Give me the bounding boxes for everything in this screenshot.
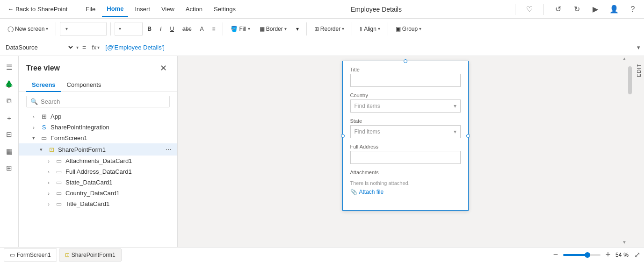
sharepointform-tab-label: SharePointForm1 bbox=[72, 252, 116, 258]
resize-handle-top[interactable] bbox=[404, 59, 407, 63]
help-button[interactable]: ? bbox=[625, 2, 640, 17]
state-label: State bbox=[350, 118, 461, 124]
align-text-button[interactable]: ≡ bbox=[208, 22, 219, 36]
list-item[interactable]: › ▭ Country_DataCard1 bbox=[19, 188, 177, 198]
fill-button[interactable]: 🪣 Fill ▾ bbox=[227, 22, 253, 36]
new-screen-button[interactable]: ◯ New screen ▾ bbox=[4, 22, 52, 36]
undo-button[interactable]: ↺ bbox=[550, 2, 565, 17]
user-icon-btn[interactable]: 👤 bbox=[607, 2, 622, 17]
tab-components[interactable]: Components bbox=[61, 78, 107, 92]
bold-button[interactable]: B bbox=[144, 22, 155, 36]
layers-button[interactable]: ⧉ bbox=[2, 93, 17, 108]
search-input[interactable] bbox=[41, 98, 166, 105]
list-item[interactable]: › ▭ Title_DataCard1 bbox=[19, 198, 177, 209]
hamburger-icon: ☰ bbox=[6, 63, 12, 71]
tree-view-button[interactable]: 🌲 bbox=[2, 77, 17, 92]
attachments-field: Attachments There is nothing attached. 📎… bbox=[350, 170, 461, 199]
underline-button[interactable]: U bbox=[166, 22, 178, 36]
control-selector-dropdown[interactable]: ▾ bbox=[60, 22, 107, 36]
strikethrough-button[interactable]: abc bbox=[179, 22, 195, 36]
full-address-label: Full Address bbox=[350, 144, 461, 149]
title-input[interactable] bbox=[350, 74, 461, 87]
datacard-icon: ▭ bbox=[54, 157, 64, 164]
country-dropdown[interactable]: Find items ▾ bbox=[350, 99, 461, 113]
border-chevron-icon: ▾ bbox=[284, 26, 287, 31]
scroll-down-button[interactable]: ▼ bbox=[622, 240, 627, 247]
bottom-tab-sharepointform[interactable]: ⊡ SharePointForm1 bbox=[59, 248, 122, 262]
reorder-icon: ⊞ bbox=[314, 26, 319, 32]
redo-button[interactable]: ↻ bbox=[569, 2, 584, 17]
tab-screens[interactable]: Screens bbox=[26, 78, 61, 92]
formula-property-select[interactable]: DataSource bbox=[4, 43, 74, 51]
italic-button[interactable]: I bbox=[156, 22, 165, 36]
canvas-scrollbar[interactable] bbox=[627, 56, 633, 247]
list-item[interactable]: › ▭ Full Address_DataCard1 bbox=[19, 166, 177, 177]
tree-close-button[interactable]: ✕ bbox=[157, 62, 170, 75]
zoom-in-button[interactable]: + bbox=[602, 249, 614, 261]
menu-insert[interactable]: Insert bbox=[130, 2, 155, 17]
media-button[interactable]: ▦ bbox=[2, 144, 17, 159]
group-button[interactable]: ▣ Group ▾ bbox=[392, 22, 425, 36]
components-button[interactable]: ⊞ bbox=[2, 161, 17, 176]
datacard-icon: ▭ bbox=[54, 190, 64, 197]
fx-chevron-icon: ▾ bbox=[97, 45, 100, 50]
list-item[interactable]: › ▭ State_DataCard1 bbox=[19, 177, 177, 188]
formula-fx-area: fx ▾ bbox=[90, 44, 101, 51]
data-button[interactable]: ⊟ bbox=[2, 127, 17, 142]
add-button[interactable]: + bbox=[2, 110, 17, 125]
menu-divider bbox=[76, 4, 76, 15]
border-button[interactable]: ▦ Border ▾ bbox=[256, 22, 290, 36]
align-chevron-icon: ▾ bbox=[378, 26, 380, 31]
back-arrow-icon: ← bbox=[7, 6, 14, 13]
list-item[interactable]: ▾ ⊡ SharePointForm1 ··· bbox=[19, 143, 177, 156]
stethoscope-icon-btn[interactable]: ♡ bbox=[522, 2, 537, 17]
menu-settings[interactable]: Settings bbox=[209, 2, 240, 17]
list-item[interactable]: › ▭ Attachments_DataCard1 bbox=[19, 156, 177, 166]
zoom-slider-thumb[interactable] bbox=[585, 252, 590, 258]
resize-handle-right[interactable] bbox=[466, 134, 470, 138]
phone-frame: Title Country Find items ▾ State Find it… bbox=[342, 61, 469, 211]
media-icon: ▦ bbox=[6, 147, 13, 156]
toolbar-more-button[interactable]: ▾ bbox=[292, 22, 303, 36]
zoom-slider[interactable] bbox=[563, 254, 601, 256]
menu-home[interactable]: Home bbox=[102, 2, 128, 17]
scroll-up-button[interactable]: ▲ bbox=[622, 56, 627, 64]
bottom-tab-formscreen[interactable]: ▭ FormScreen1 bbox=[4, 248, 57, 262]
user-icon: 👤 bbox=[609, 5, 619, 14]
toolbar-divider-6 bbox=[388, 22, 388, 35]
formula-expand-icon[interactable]: ▾ bbox=[637, 44, 640, 51]
formula-input[interactable] bbox=[103, 44, 635, 51]
more-options-button[interactable]: ··· bbox=[164, 145, 174, 154]
align-icon: ⫿ bbox=[360, 26, 362, 32]
sharepoint-icon: S bbox=[39, 124, 49, 131]
menu-view[interactable]: View bbox=[157, 2, 179, 17]
menu-file[interactable]: File bbox=[81, 2, 100, 17]
expand-icon: › bbox=[30, 125, 37, 130]
back-button[interactable]: ← Back to SharePoint bbox=[4, 2, 71, 17]
country-chevron-icon: ▾ bbox=[454, 103, 456, 109]
list-item[interactable]: ▾ ▭ FormScreen1 bbox=[19, 133, 177, 143]
zoom-out-button[interactable]: − bbox=[550, 249, 561, 261]
app-title: Employee Details bbox=[242, 6, 510, 13]
align-button[interactable]: ⫿ Align ▾ bbox=[356, 22, 384, 36]
fill-chevron-icon: ▾ bbox=[248, 26, 250, 31]
fullscreen-button[interactable]: ⤢ bbox=[634, 250, 640, 259]
state-dropdown[interactable]: Find items ▾ bbox=[350, 125, 461, 138]
tree-search-area: 🔍 bbox=[19, 92, 177, 111]
back-label: Back to SharePoint bbox=[15, 6, 67, 13]
hamburger-menu-button[interactable]: ☰ bbox=[2, 60, 17, 75]
menu-action[interactable]: Action bbox=[181, 2, 207, 17]
scrollbar-thumb[interactable] bbox=[628, 66, 632, 94]
attach-file-button[interactable]: 📎 Attach file bbox=[350, 189, 461, 195]
group-label: Group bbox=[402, 26, 418, 32]
country-field: Country Find items ▾ bbox=[350, 92, 461, 113]
play-button[interactable]: ▶ bbox=[588, 2, 603, 17]
full-address-input[interactable] bbox=[350, 151, 461, 164]
resize-handle-left[interactable] bbox=[341, 134, 345, 138]
redo-icon: ↻ bbox=[574, 5, 580, 14]
font-dropdown[interactable]: ▾ bbox=[115, 22, 143, 36]
list-item[interactable]: › S SharePointIntegration bbox=[19, 122, 177, 133]
list-item[interactable]: › ⊞ App bbox=[19, 111, 177, 122]
reorder-button[interactable]: ⊞ Reorder ▾ bbox=[311, 22, 348, 36]
font-size-button[interactable]: A bbox=[196, 22, 207, 36]
